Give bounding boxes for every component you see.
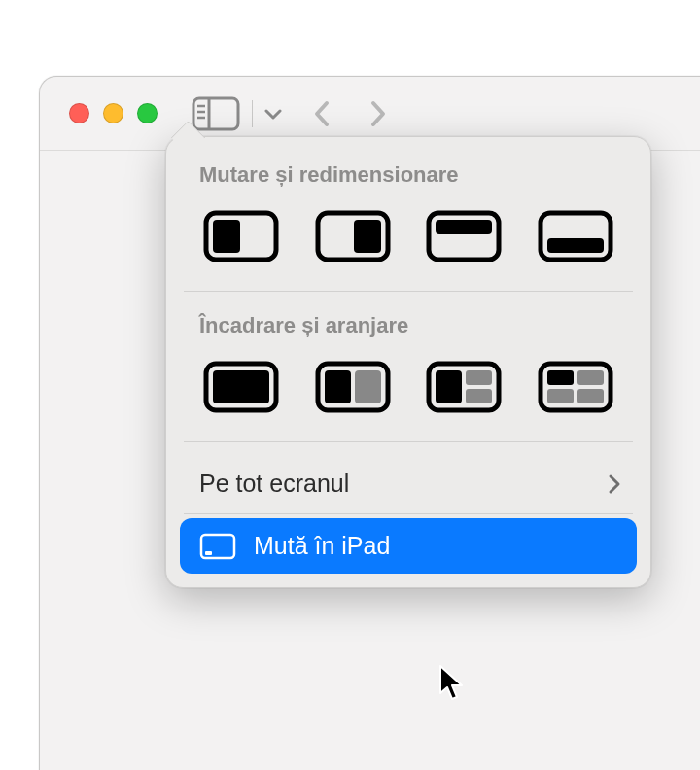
svg-rect-28: [205, 551, 212, 555]
move-to-ipad-label: Mută în iPad: [254, 532, 390, 560]
sidebar-icon: [192, 96, 240, 131]
back-button[interactable]: [313, 99, 331, 128]
chevron-down-icon: [264, 108, 282, 120]
fit-arrange-row: [166, 358, 650, 438]
ipad-icon: [199, 533, 236, 560]
svg-rect-6: [213, 220, 240, 253]
svg-rect-23: [547, 370, 574, 385]
close-button[interactable]: [69, 103, 89, 123]
svg-rect-24: [578, 370, 604, 385]
move-resize-row: [166, 207, 650, 287]
zoom-button[interactable]: [137, 103, 158, 123]
half-top-option[interactable]: [422, 207, 506, 265]
window-layout-popover: Mutare și redimensionare: [165, 136, 651, 588]
fill-option[interactable]: [199, 358, 283, 416]
forward-button[interactable]: [369, 99, 387, 128]
half-right-icon: [315, 210, 391, 262]
move-to-ipad-item[interactable]: Mută în iPad: [180, 518, 637, 574]
minimize-button[interactable]: [103, 103, 123, 123]
svg-rect-8: [354, 220, 381, 253]
divider-1: [184, 291, 633, 292]
fullscreen-label: Pe tot ecranul: [199, 470, 349, 498]
svg-rect-25: [547, 389, 574, 403]
half-bottom-option[interactable]: [534, 207, 617, 265]
svg-rect-16: [325, 370, 351, 403]
svg-rect-10: [436, 220, 492, 234]
half-bottom-icon: [538, 210, 613, 262]
svg-rect-17: [355, 370, 381, 403]
fill-icon: [203, 361, 279, 413]
svg-rect-14: [213, 370, 269, 403]
traffic-lights: [69, 103, 158, 123]
sidebar-toggle-button[interactable]: [192, 96, 282, 131]
svg-rect-21: [466, 389, 492, 403]
two-columns-option[interactable]: [311, 358, 395, 416]
nav-arrows: [313, 99, 387, 128]
svg-rect-19: [436, 370, 462, 403]
half-top-icon: [426, 210, 502, 262]
quarters-option[interactable]: [534, 358, 617, 416]
chevron-right-icon: [608, 473, 621, 495]
two-columns-icon: [315, 361, 391, 413]
fullscreen-item[interactable]: Pe tot ecranul: [166, 456, 650, 511]
quarters-icon: [538, 361, 613, 413]
toolbar-group: [192, 96, 387, 131]
svg-rect-0: [193, 98, 238, 129]
section-fit-arrange-label: Încadrare și aranjare: [166, 305, 650, 358]
svg-rect-20: [466, 370, 492, 385]
svg-rect-26: [578, 389, 604, 403]
two-plus-one-option[interactable]: [422, 358, 506, 416]
svg-rect-12: [547, 238, 604, 253]
half-left-option[interactable]: [199, 207, 283, 265]
half-right-option[interactable]: [311, 207, 395, 265]
divider-2: [184, 441, 633, 442]
divider-3: [184, 513, 633, 514]
two-plus-one-icon: [426, 361, 502, 413]
section-move-resize-label: Mutare și redimensionare: [166, 155, 650, 207]
half-left-icon: [203, 210, 279, 262]
